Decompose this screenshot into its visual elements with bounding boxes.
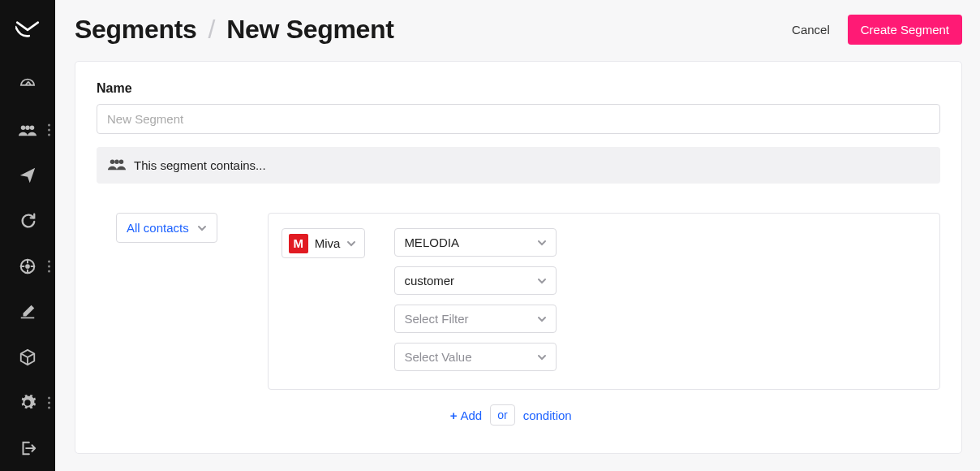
nav-logout[interactable] (0, 426, 55, 471)
select-placeholder: Select Value (404, 350, 471, 364)
segment-contains-banner: This segment contains... (97, 147, 940, 184)
top-actions: Cancel Create Segment (792, 15, 962, 45)
source-dropdown[interactable]: M Miva (282, 228, 366, 258)
select-value: customer (404, 274, 454, 287)
people-icon (19, 121, 37, 139)
create-segment-button[interactable]: Create Segment (848, 15, 962, 45)
nav-campaigns[interactable] (0, 153, 55, 198)
chevron-down-icon (537, 238, 547, 248)
nav-automation[interactable] (0, 198, 55, 244)
svg-point-5 (110, 160, 115, 165)
breadcrumb-root[interactable]: Segments (75, 15, 197, 45)
select-filter[interactable]: Select Filter (394, 305, 557, 333)
chevron-down-icon (346, 239, 356, 248)
miva-badge-icon: M (289, 234, 308, 253)
chevron-down-icon (197, 223, 207, 233)
exit-icon (19, 439, 37, 457)
target-icon (19, 257, 37, 275)
source-label: Miva (315, 236, 341, 250)
svg-point-4 (26, 265, 29, 268)
gauge-icon (19, 76, 37, 93)
more-dots-icon[interactable] (48, 261, 50, 273)
nav-targeting[interactable] (0, 244, 55, 289)
svg-point-1 (25, 126, 30, 131)
or-toggle[interactable]: or (490, 404, 514, 426)
breadcrumb-current: New Segment (226, 15, 394, 45)
nav-dashboard[interactable] (0, 62, 55, 107)
topbar: Segments / New Segment Cancel Create Seg… (55, 0, 980, 61)
nav-contacts[interactable] (0, 107, 55, 153)
select-value: MELODIA (404, 236, 459, 249)
add-condition-row: + Add or condition (450, 404, 940, 426)
logo[interactable] (0, 11, 55, 45)
segment-form-card: Name This segment contains... All contac… (75, 61, 962, 454)
add-label: Add (460, 408, 482, 422)
chevron-down-icon (537, 276, 547, 286)
sync-icon (19, 212, 37, 230)
gear-icon (19, 394, 37, 412)
more-dots-icon[interactable] (48, 397, 50, 409)
breadcrumb: Segments / New Segment (75, 15, 394, 45)
svg-point-2 (30, 126, 35, 131)
nav-products[interactable] (0, 335, 55, 380)
contacts-scope-label: All contacts (127, 221, 189, 235)
sidebar (0, 0, 55, 471)
box-icon (19, 348, 37, 366)
more-dots-icon[interactable] (48, 124, 50, 136)
svg-point-6 (114, 160, 119, 165)
cancel-link[interactable]: Cancel (792, 23, 830, 37)
condition-link[interactable]: condition (523, 408, 572, 422)
name-label: Name (97, 81, 940, 96)
edit-icon (19, 303, 37, 321)
chevron-down-icon (537, 352, 547, 362)
select-entity[interactable]: customer (394, 266, 557, 295)
select-value[interactable]: Select Value (394, 343, 557, 371)
paper-plane-icon (19, 166, 37, 184)
rule-builder: All contacts M Miva MELODIA (97, 213, 940, 426)
main: Segments / New Segment Cancel Create Seg… (55, 0, 980, 471)
select-store[interactable]: MELODIA (394, 228, 557, 257)
chevron-down-icon (537, 314, 547, 324)
svg-point-0 (21, 126, 26, 131)
nav-content[interactable] (0, 289, 55, 335)
breadcrumb-separator: / (208, 15, 216, 45)
name-input[interactable] (97, 104, 940, 134)
contacts-scope-dropdown[interactable]: All contacts (116, 213, 217, 243)
plus-icon: + (450, 408, 458, 422)
banner-text: This segment contains... (134, 158, 266, 172)
select-placeholder: Select Filter (404, 312, 468, 326)
people-icon (108, 158, 126, 173)
nav-settings[interactable] (0, 380, 55, 426)
rule-box: M Miva MELODIA customer (268, 213, 940, 390)
filter-selects: MELODIA customer Select Filter Sele (394, 228, 557, 371)
add-condition-link[interactable]: + Add (450, 408, 482, 422)
svg-point-7 (119, 160, 124, 165)
